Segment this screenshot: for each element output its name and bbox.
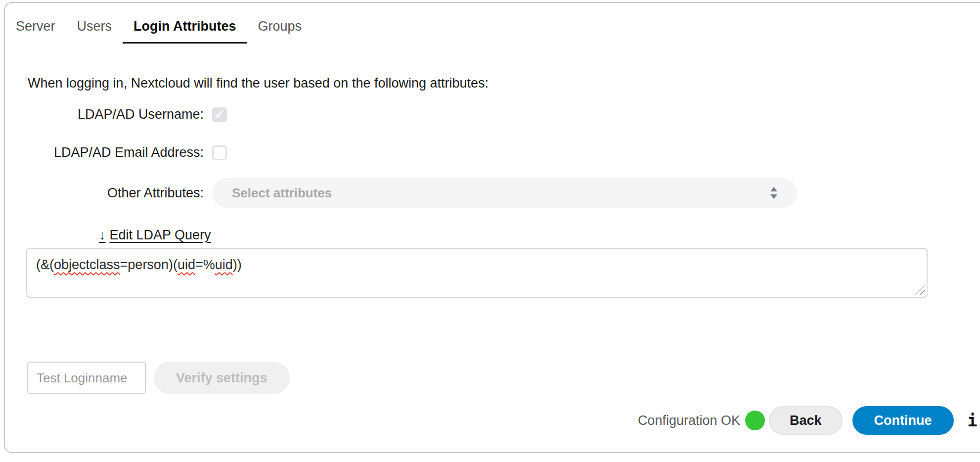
ldap-query-textarea[interactable]: (&(objectclass=person)(uid=%uid)) xyxy=(26,248,928,298)
continue-button[interactable]: Continue xyxy=(852,406,954,435)
login-attributes-form: LDAP/AD Username: ✓ LDAP/AD Email Addres… xyxy=(5,107,980,208)
other-attributes-select[interactable]: Select attributes xyxy=(212,178,797,208)
edit-ldap-query-label: Edit LDAP Query xyxy=(110,228,211,242)
query-segment: )) xyxy=(233,257,242,272)
query-segment: =person)( xyxy=(120,257,178,272)
edit-ldap-query-link[interactable]: ↓Edit LDAP Query xyxy=(99,228,211,243)
info-icon: i xyxy=(968,411,978,430)
query-segment-misspelled: uid xyxy=(215,257,233,272)
tab-server[interactable]: Server xyxy=(5,16,66,44)
intro-text: When logging in, Nextcloud will find the… xyxy=(28,75,980,91)
tab-groups[interactable]: Groups xyxy=(247,16,313,44)
username-checkbox[interactable]: ✓ xyxy=(212,107,227,122)
tab-users[interactable]: Users xyxy=(66,16,123,44)
sort-icon xyxy=(769,186,778,199)
resize-handle-icon[interactable] xyxy=(915,285,925,295)
email-label: LDAP/AD Email Address: xyxy=(5,145,204,160)
email-checkbox[interactable] xyxy=(212,145,227,160)
test-loginname-input[interactable] xyxy=(27,362,146,394)
other-attributes-row: Other Attributes: Select attributes xyxy=(5,178,980,208)
configuration-status-text: Configuration OK xyxy=(638,413,740,428)
email-row: LDAP/AD Email Address: xyxy=(5,145,980,160)
wizard-footer: Configuration OK Back Continue i Help xyxy=(5,406,980,435)
help-link[interactable]: i Help xyxy=(968,411,980,430)
query-segment: =% xyxy=(195,257,215,272)
test-login-row: Verify settings xyxy=(27,362,980,394)
tab-login-attributes[interactable]: Login Attributes xyxy=(123,16,247,44)
query-segment-misspelled: uid xyxy=(178,257,195,272)
query-segment-misspelled: objectclass xyxy=(54,257,120,272)
edit-query-row: ↓Edit LDAP Query xyxy=(99,228,980,243)
verify-settings-button[interactable]: Verify settings xyxy=(154,362,290,394)
back-button[interactable]: Back xyxy=(769,406,843,435)
select-placeholder: Select attributes xyxy=(232,185,332,201)
other-attributes-label: Other Attributes: xyxy=(5,185,204,201)
username-row: LDAP/AD Username: ✓ xyxy=(5,107,980,122)
down-arrow-icon: ↓ xyxy=(99,228,106,242)
checkmark-icon: ✓ xyxy=(215,108,225,121)
query-segment: (&( xyxy=(36,257,54,272)
ldap-wizard-card: Server Users Login Attributes Groups Whe… xyxy=(4,2,980,453)
username-label: LDAP/AD Username: xyxy=(5,107,204,122)
wizard-tabs: Server Users Login Attributes Groups xyxy=(5,3,980,44)
status-ok-dot-icon xyxy=(745,411,765,430)
